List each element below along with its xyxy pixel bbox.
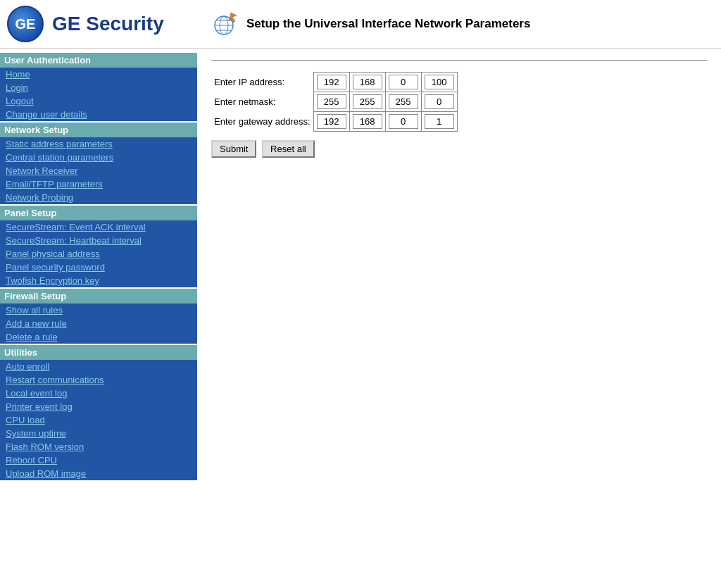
ip-input-netmask-2[interactable] — [389, 94, 418, 109]
sidebar-item-login[interactable]: Login — [0, 81, 197, 94]
sidebar-item-twofish[interactable]: Twofish Encryption key — [0, 274, 197, 287]
sidebar-section-panel-setup: Panel Setup — [0, 206, 197, 220]
header: GE GE Security Setup the Universal Inter… — [0, 0, 721, 49]
sidebar-item-securestream-ack[interactable]: SecureStream: Event ACK interval — [0, 220, 197, 234]
ip-input-netmask-3[interactable] — [425, 94, 454, 109]
ip-input-gateway-0[interactable] — [317, 114, 346, 129]
sidebar-item-home[interactable]: Home — [0, 68, 197, 81]
ip-cell-ip-address-1 — [349, 73, 385, 92]
ge-logo: GE — [7, 6, 44, 42]
sidebar-item-static-address[interactable]: Static address parameters — [0, 137, 197, 151]
sidebar-item-panel-physical[interactable]: Panel physical address — [0, 247, 197, 261]
network-icon — [211, 10, 239, 38]
sidebar-item-system-uptime[interactable]: System uptime — [0, 427, 197, 440]
sidebar-item-delete-rule[interactable]: Delete a rule — [0, 330, 197, 344]
ip-cell-gateway-3 — [421, 112, 457, 132]
sidebar: User AuthenticationHomeLoginLogoutChange… — [0, 49, 197, 483]
sidebar-section-firewall-setup: Firewall Setup — [0, 289, 197, 304]
logo-area: GE GE Security — [0, 6, 197, 42]
content-divider — [211, 60, 707, 61]
form-row-gateway: Enter gateway address: — [211, 112, 457, 132]
ip-cell-gateway-0 — [313, 112, 349, 132]
main-layout: User AuthenticationHomeLoginLogoutChange… — [0, 49, 721, 483]
ip-input-netmask-1[interactable] — [353, 94, 382, 109]
ip-cell-ip-address-0 — [313, 73, 349, 92]
ip-cell-netmask-0 — [313, 92, 349, 112]
ip-input-ip-address-3[interactable] — [425, 75, 454, 89]
sidebar-item-show-rules[interactable]: Show all rules — [0, 304, 197, 317]
ip-cell-ip-address-2 — [385, 73, 421, 92]
sidebar-item-panel-security[interactable]: Panel security password — [0, 261, 197, 274]
ip-input-ip-address-2[interactable] — [389, 75, 418, 89]
ip-input-ip-address-1[interactable] — [353, 75, 382, 89]
sidebar-item-central-station[interactable]: Central station parameters — [0, 151, 197, 164]
field-label-ip-address: Enter IP address: — [211, 73, 313, 92]
svg-marker-5 — [229, 13, 237, 23]
ip-cell-gateway-2 — [385, 112, 421, 132]
ip-cell-netmask-1 — [349, 92, 385, 112]
sidebar-item-network-probing[interactable]: Network Probing — [0, 191, 197, 204]
sidebar-item-upload-rom[interactable]: Upload ROM image — [0, 467, 197, 480]
ip-cell-netmask-3 — [421, 92, 457, 112]
ip-input-gateway-1[interactable] — [353, 114, 382, 129]
sidebar-section-utilities: Utilities — [0, 345, 197, 360]
form-row-netmask: Enter netmask: — [211, 92, 457, 112]
sidebar-item-auto-enroll[interactable]: Auto enroll — [0, 360, 197, 373]
sidebar-item-printer-event-log[interactable]: Printer event log — [0, 400, 197, 413]
reset-button[interactable]: Reset all — [262, 140, 315, 158]
ip-cell-gateway-1 — [349, 112, 385, 132]
ip-cell-ip-address-3 — [421, 73, 457, 92]
sidebar-item-network-receiver[interactable]: Network Receiver — [0, 164, 197, 177]
sidebar-item-cpu-load[interactable]: CPU load — [0, 413, 197, 427]
ip-input-gateway-2[interactable] — [389, 114, 418, 129]
ip-input-netmask-0[interactable] — [317, 94, 346, 109]
sidebar-item-email-tftp[interactable]: Email/TFTP parameters — [0, 177, 197, 191]
sidebar-item-reboot-cpu[interactable]: Reboot CPU — [0, 453, 197, 467]
network-form-table: Enter IP address:Enter netmask:Enter gat… — [211, 72, 458, 132]
ip-input-gateway-3[interactable] — [425, 114, 454, 129]
submit-button[interactable]: Submit — [211, 140, 256, 158]
field-label-netmask: Enter netmask: — [211, 92, 313, 112]
sidebar-section-network-setup: Network Setup — [0, 123, 197, 137]
sidebar-item-change-user-details[interactable]: Change user details — [0, 108, 197, 121]
ip-cell-netmask-2 — [385, 92, 421, 112]
field-label-gateway: Enter gateway address: — [211, 112, 313, 132]
sidebar-item-securestream-heartbeat[interactable]: SecureStream: Heartbeat interval — [0, 234, 197, 247]
page-header-right: Setup the Universal Interface Network Pa… — [197, 10, 721, 38]
page-title: Setup the Universal Interface Network Pa… — [246, 17, 530, 31]
ip-input-ip-address-0[interactable] — [317, 75, 346, 89]
sidebar-item-flash-rom[interactable]: Flash ROM version — [0, 440, 197, 453]
sidebar-section-user-auth: User Authentication — [0, 53, 197, 68]
sidebar-item-logout[interactable]: Logout — [0, 94, 197, 108]
content: Enter IP address:Enter netmask:Enter gat… — [197, 49, 721, 169]
company-name: GE Security — [52, 13, 164, 35]
sidebar-item-add-rule[interactable]: Add a new rule — [0, 317, 197, 330]
buttons-row: Submit Reset all — [211, 140, 707, 158]
sidebar-item-restart-comms[interactable]: Restart communications — [0, 373, 197, 387]
sidebar-item-local-event-log[interactable]: Local event log — [0, 387, 197, 400]
form-row-ip-address: Enter IP address: — [211, 73, 457, 92]
